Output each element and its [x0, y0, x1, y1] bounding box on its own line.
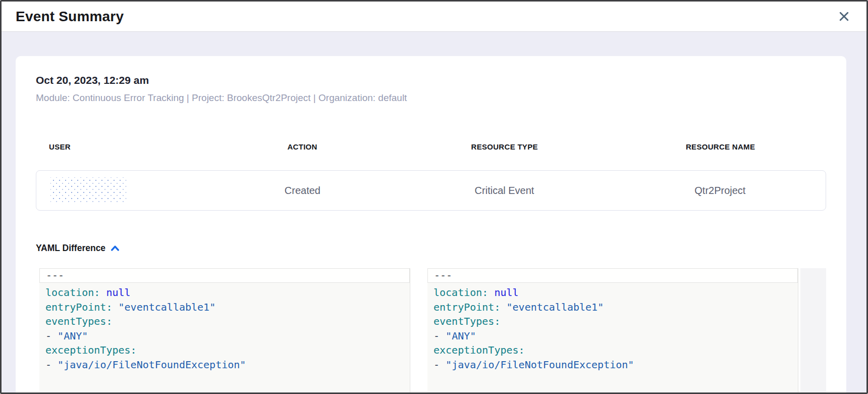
modal-header: Event Summary — [2, 2, 866, 32]
code-line: - "ANY" — [433, 329, 798, 343]
redacted-user-block — [50, 177, 126, 204]
chevron-up-icon — [111, 244, 120, 252]
yaml-right-code: location: null entryPoint: "eventcallabl… — [427, 283, 798, 372]
col-header-resource-name: RESOURCE NAME — [615, 142, 826, 152]
code-line: - "java/io/FileNotFoundException" — [45, 358, 410, 372]
event-summary-card: Oct 20, 2023, 12:29 am Module: Continuou… — [16, 56, 846, 392]
code-line: - "java/io/FileNotFoundException" — [433, 358, 798, 372]
event-table-header: USER ACTION RESOURCE TYPE RESOURCE NAME — [36, 142, 826, 152]
close-icon — [838, 10, 850, 23]
code-line: eventTypes: — [45, 314, 410, 329]
action-cell: Created — [211, 185, 395, 196]
code-line: location: null — [45, 285, 410, 300]
resource-type-cell: Critical Event — [394, 185, 614, 196]
event-table: USER ACTION RESOURCE TYPE RESOURCE NAME … — [36, 142, 826, 211]
code-line: exceptionTypes: — [433, 343, 798, 358]
code-line: location: null — [433, 285, 798, 300]
user-cell — [36, 177, 211, 204]
yaml-difference-header: YAML Difference — [36, 242, 826, 254]
yaml-panel-left[interactable]: --- location: null entryPoint: "eventcal… — [39, 268, 410, 392]
event-meta: Module: Continuous Error Tracking | Proj… — [36, 91, 826, 105]
code-line: entryPoint: "eventcallable1" — [433, 300, 798, 315]
event-timestamp: Oct 20, 2023, 12:29 am — [36, 73, 826, 87]
event-table-row: Created Critical Event Qtr2Project — [36, 170, 826, 211]
col-header-user: USER — [36, 142, 210, 152]
event-summary-modal: Event Summary Oct 20, 2023, 12:29 am Mod… — [0, 0, 868, 394]
col-header-resource-type: RESOURCE TYPE — [394, 142, 615, 152]
resource-name-cell: Qtr2Project — [615, 185, 826, 196]
code-line: exceptionTypes: — [45, 343, 410, 358]
code-line: - "ANY" — [45, 329, 410, 343]
diff-scrollbar-track[interactable] — [800, 268, 826, 392]
yaml-diff-container: --- location: null entryPoint: "eventcal… — [39, 268, 826, 392]
close-button[interactable] — [835, 8, 852, 25]
yaml-left-doc-start: --- — [39, 268, 410, 283]
collapse-toggle-button[interactable] — [111, 244, 120, 252]
yaml-difference-label: YAML Difference — [36, 242, 105, 254]
code-line: eventTypes: — [433, 314, 798, 329]
modal-title: Event Summary — [16, 9, 124, 25]
yaml-right-doc-start: --- — [427, 268, 798, 283]
col-header-action: ACTION — [210, 142, 394, 152]
code-line: entryPoint: "eventcallable1" — [45, 300, 410, 315]
modal-body: Oct 20, 2023, 12:29 am Module: Continuou… — [2, 32, 866, 392]
yaml-left-code: location: null entryPoint: "eventcallabl… — [39, 283, 410, 372]
yaml-panel-right[interactable]: --- location: null entryPoint: "eventcal… — [427, 268, 798, 392]
